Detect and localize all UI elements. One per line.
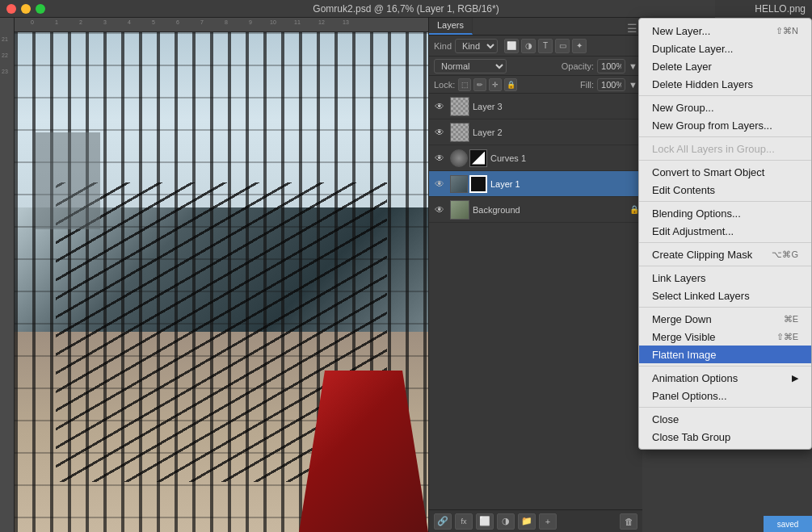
lock-transparent-button[interactable]: ⬚ [458, 78, 471, 91]
close-window-button[interactable] [6, 4, 16, 14]
fill-arrow[interactable]: ▼ [629, 80, 637, 90]
menu-convert-smart-object[interactable]: Convert to Smart Object [639, 163, 811, 181]
new-group-button[interactable]: 📁 [518, 513, 536, 530]
opacity-label: Opacity: [562, 61, 594, 71]
traffic-lights [6, 4, 45, 14]
thumb-background [450, 200, 469, 220]
menu-new-group[interactable]: New Group... [639, 98, 811, 116]
kind-label: Kind [434, 41, 452, 51]
menu-delete-hidden-layers[interactable]: Delete Hidden Layers [639, 75, 811, 93]
menu-close-tab-group[interactable]: Close Tab Group [639, 428, 811, 446]
menu-link-layers[interactable]: Link Layers [639, 269, 811, 287]
thumb-curves1-adjust [469, 149, 487, 167]
menu-animation-options[interactable]: Animation Options ▶ [639, 369, 811, 387]
pixel-icon[interactable]: ⬜ [504, 39, 519, 53]
layers-list: 👁 Layer 3 👁 Layer 2 👁 [429, 94, 642, 509]
lock-image-button[interactable]: ✏ [473, 78, 486, 91]
separator-9 [639, 407, 811, 408]
layer-item-background[interactable]: 👁 Background 🔒 [429, 197, 642, 223]
fill-input[interactable] [597, 78, 625, 91]
layers-tab[interactable]: Layers [429, 17, 473, 35]
blend-opacity-row: Normal Opacity: ▼ [429, 57, 642, 76]
lock-icons: ⬚ ✏ ✛ 🔒 [458, 78, 517, 91]
menu-merge-visible[interactable]: Merge Visible ⇧⌘E [639, 328, 811, 346]
new-adjustment-button[interactable]: ◑ [497, 513, 515, 530]
name-layer3: Layer 3 [473, 102, 639, 111]
name-layer1: Layer 1 [490, 179, 639, 189]
menu-lock-all-layers: Lock All Layers in Group... [639, 140, 811, 157]
separator-2 [639, 136, 811, 137]
layer-item-layer1[interactable]: 👁 Layer 1 [429, 171, 642, 197]
maximize-window-button[interactable] [36, 4, 45, 14]
menu-edit-contents[interactable]: Edit Contents [639, 181, 811, 199]
separator-3 [639, 160, 811, 161]
kind-row: Kind Kind ⬜ ◑ T ▭ ✦ [429, 36, 642, 57]
visibility-layer1[interactable]: 👁 [432, 177, 447, 191]
menu-merge-down[interactable]: Merge Down ⌘E [639, 310, 811, 328]
separator-4 [639, 201, 811, 202]
visibility-layer3[interactable]: 👁 [432, 99, 447, 114]
horizontal-ruler: 0 1 2 3 4 5 6 7 8 9 10 11 12 13 [15, 18, 428, 32]
top-right-filename: HELLO.png [715, 0, 812, 18]
menu-close[interactable]: Close [639, 410, 811, 428]
title-bar: Gomruk2.psd @ 16,7% (Layer 1, RGB/16*) H… [0, 0, 812, 18]
thumb-layer2 [450, 123, 469, 142]
shape-icon[interactable]: ▭ [555, 39, 570, 53]
separator-1 [639, 95, 811, 96]
canvas-image [15, 32, 428, 532]
opacity-input[interactable] [597, 59, 625, 73]
add-mask-button[interactable]: ⬜ [476, 513, 494, 530]
name-background: Background [473, 205, 626, 215]
fill-label: Fill: [580, 80, 594, 90]
opacity-arrow[interactable]: ▼ [629, 61, 637, 71]
menu-delete-layer[interactable]: Delete Layer [639, 57, 811, 75]
menu-panel-options[interactable]: Panel Options... [639, 387, 811, 404]
kind-icons: ⬜ ◑ T ▭ ✦ [504, 39, 587, 53]
layer-item-layer2[interactable]: 👁 Layer 2 [429, 119, 642, 145]
menu-edit-adjustment[interactable]: Edit Adjustment... [639, 222, 811, 240]
minimize-window-button[interactable] [21, 4, 31, 14]
thumb-layer3 [450, 97, 469, 116]
lock-fill-row: Lock: ⬚ ✏ ✛ 🔒 Fill: ▼ [429, 76, 642, 94]
layer-item-layer3[interactable]: 👁 Layer 3 [429, 94, 642, 119]
window-title: Gomruk2.psd @ 16,7% (Layer 1, RGB/16*) [313, 3, 499, 15]
delete-layer-button[interactable]: 🗑 [620, 513, 637, 530]
menu-new-group-from-layers[interactable]: New Group from Layers... [639, 116, 811, 134]
smart-icon[interactable]: ✦ [572, 39, 587, 53]
menu-flatten-image[interactable]: Flatten Image [639, 346, 811, 363]
new-layer-button[interactable]: + [539, 513, 557, 530]
name-layer2: Layer 2 [473, 128, 639, 137]
separator-5 [639, 242, 811, 243]
adjust-icon[interactable]: ◑ [521, 39, 536, 53]
separator-6 [639, 266, 811, 266]
menu-select-linked-layers[interactable]: Select Linked Layers [639, 287, 811, 304]
panel-tabs: Layers ☰ [429, 18, 642, 36]
blend-mode-select[interactable]: Normal [434, 59, 507, 73]
visibility-background[interactable]: 👁 [432, 203, 447, 217]
visibility-layer2[interactable]: 👁 [432, 125, 447, 140]
link-layers-button[interactable]: 🔗 [434, 513, 452, 530]
menu-new-layer[interactable]: New Layer... ⇧⌘N [639, 22, 811, 40]
thumb-curves1-mask [450, 149, 468, 167]
layers-toolbar: 🔗 fx ⬜ ◑ 📁 + 🗑 [429, 509, 642, 532]
type-icon[interactable]: T [538, 39, 553, 53]
layers-panel: Layers ☰ Kind Kind ⬜ ◑ T ▭ ✦ Normal [428, 18, 642, 532]
thumb-layer1-mask [469, 175, 487, 193]
menu-blending-options[interactable]: Blending Options... [639, 204, 811, 222]
lock-label: Lock: [434, 80, 455, 90]
lock-all-button[interactable]: 🔒 [504, 78, 517, 91]
name-curves1: Curves 1 [490, 153, 639, 163]
app-body: 21 22 23 0 1 2 3 4 5 6 7 8 9 10 11 12 13 [0, 18, 812, 532]
menu-duplicate-layer[interactable]: Duplicate Layer... [639, 40, 811, 57]
context-menu: New Layer... ⇧⌘N Duplicate Layer... Dele… [638, 18, 812, 450]
layer-item-curves1[interactable]: 👁 Curves 1 [429, 145, 642, 171]
separator-8 [639, 366, 811, 367]
visibility-curves1[interactable]: 👁 [432, 151, 447, 165]
add-fx-button[interactable]: fx [455, 513, 473, 530]
menu-create-clipping-mask[interactable]: Create Clipping Mask ⌥⌘G [639, 245, 811, 263]
panel-menu-button[interactable]: ☰ [627, 22, 637, 35]
lock-position-button[interactable]: ✛ [489, 78, 502, 91]
kind-select[interactable]: Kind [455, 39, 498, 53]
canvas-area: 0 1 2 3 4 5 6 7 8 9 10 11 12 13 [0, 18, 428, 532]
separator-7 [639, 307, 811, 308]
